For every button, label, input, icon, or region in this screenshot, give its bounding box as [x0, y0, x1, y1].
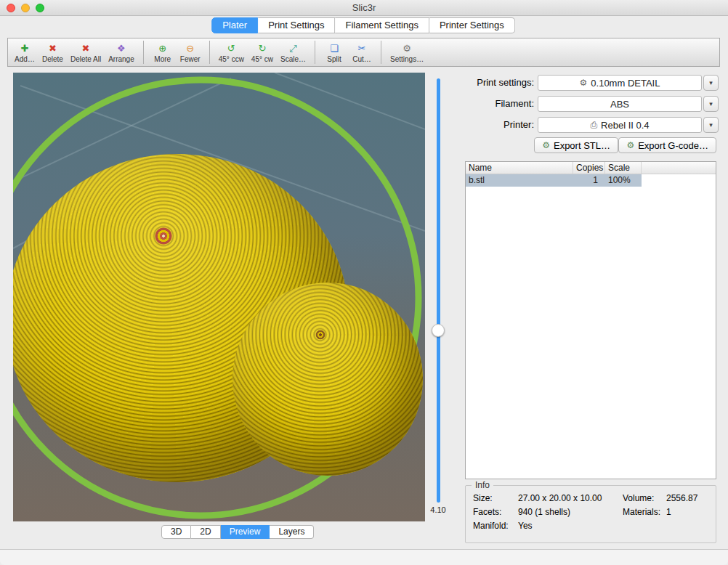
filament-value: ABS — [610, 99, 629, 110]
tab-print-settings[interactable]: Print Settings — [258, 17, 335, 33]
cut-icon: ✂ — [358, 43, 366, 54]
cut-button[interactable]: ✂ Cut… — [348, 38, 376, 66]
view-tab-3d[interactable]: 3D — [161, 525, 191, 539]
preview-viewport[interactable] — [13, 73, 425, 521]
add-button[interactable]: ✚ Add… — [11, 38, 39, 66]
printer-label: Printer: — [389, 117, 534, 133]
filament-dropdown-button[interactable]: ▾ — [703, 96, 719, 112]
delete-icon: ✖ — [49, 43, 57, 54]
volume-value: 2556.87 — [666, 493, 697, 503]
tab-printer-settings[interactable]: Printer Settings — [429, 17, 515, 33]
table-row[interactable]: b.stl 1 100% — [466, 174, 716, 187]
filament-combo[interactable]: ABS — [538, 96, 702, 112]
layer-slider-thumb[interactable] — [432, 324, 445, 337]
delete-all-button[interactable]: ✖ Delete All — [67, 38, 105, 66]
layer-slider-value: 4.10 — [426, 505, 450, 514]
close-button[interactable] — [7, 4, 15, 12]
print-settings-value: 0.10mm DETAIL — [591, 78, 660, 89]
fewer-button[interactable]: ⊖ Fewer — [177, 38, 204, 66]
materials-label: Materials: — [623, 507, 660, 517]
printer-combo[interactable]: ⎙ Rebel II 0.4 — [538, 117, 702, 133]
column-header-copies[interactable]: Copies — [573, 162, 605, 174]
delete-all-icon: ✖ — [82, 43, 90, 54]
object-settings-button[interactable]: ⚙ Settings… — [387, 38, 427, 66]
export-gcode-label: Export G-code… — [638, 140, 708, 151]
delete-label: Delete — [42, 55, 63, 63]
column-header-name[interactable]: Name — [466, 162, 573, 174]
scale-label: Scale… — [280, 55, 306, 63]
layer-slider-track[interactable] — [437, 78, 440, 503]
export-gcode-button[interactable]: ⚙ Export G-code… — [618, 137, 716, 153]
rotate-ccw-button[interactable]: ↺ 45° ccw — [215, 38, 248, 66]
gear-icon: ⚙ — [580, 78, 588, 88]
minimize-button[interactable] — [21, 4, 30, 12]
rotate-cw-label: 45° cw — [251, 55, 273, 63]
arrange-button[interactable]: ❖ Arrange — [105, 38, 138, 66]
plater-toolbar: ✚ Add… ✖ Delete ✖ Delete All ❖ Arrange ⊕… — [7, 38, 720, 67]
rotate-ccw-label: 45° ccw — [219, 55, 244, 63]
materials-value: 1 — [666, 507, 671, 517]
volume-label: Volume: — [623, 493, 654, 503]
printer-icon: ⎙ — [590, 120, 597, 130]
size-value: 27.00 x 20.00 x 10.00 — [518, 493, 602, 503]
settings-icon: ⚙ — [403, 43, 411, 54]
printer-value: Rebel II 0.4 — [601, 120, 650, 131]
print-settings-label: Print settings: — [389, 75, 534, 91]
more-label: More — [154, 55, 171, 63]
split-icon: ❏ — [330, 43, 339, 54]
settings-label: Settings… — [390, 55, 424, 63]
delete-button[interactable]: ✖ Delete — [39, 38, 67, 66]
column-header-filler — [642, 162, 716, 174]
main-tabs: Plater Print Settings Filament Settings … — [211, 17, 515, 33]
manifold-label: Manifold: — [473, 521, 509, 531]
print-settings-combo[interactable]: ⚙ 0.10mm DETAIL — [538, 75, 702, 91]
view-tab-2d[interactable]: 2D — [191, 525, 220, 539]
facets-value: 940 (1 shells) — [518, 507, 570, 517]
object-list-table[interactable]: Name Copies Scale b.stl 1 100% — [465, 161, 716, 479]
view-tab-preview[interactable]: Preview — [221, 525, 270, 539]
view-tab-layers[interactable]: Layers — [270, 525, 314, 539]
rotate-cw-icon: ↻ — [258, 43, 266, 54]
print-settings-dropdown-button[interactable]: ▾ — [703, 75, 719, 91]
filament-label: Filament: — [389, 96, 534, 112]
model-sphere-small[interactable] — [232, 282, 423, 476]
traffic-lights — [7, 4, 44, 12]
more-icon: ⊕ — [158, 43, 166, 54]
window-bottom-strip — [0, 549, 728, 565]
split-button[interactable]: ❏ Split — [320, 38, 348, 66]
toolbar-separator — [209, 41, 210, 64]
object-table-header: Name Copies Scale — [466, 162, 716, 174]
arrange-label: Arrange — [108, 55, 134, 63]
facets-label: Facets: — [473, 507, 501, 517]
row-copies-cell: 1 — [573, 174, 605, 187]
export-gcode-icon: ⚙ — [626, 140, 634, 150]
printer-dropdown-button[interactable]: ▾ — [703, 117, 719, 133]
add-label: Add… — [15, 55, 35, 63]
column-header-scale[interactable]: Scale — [605, 162, 642, 174]
row-filler-cell — [642, 174, 716, 187]
fewer-label: Fewer — [180, 55, 201, 63]
export-stl-icon: ⚙ — [542, 140, 550, 150]
tab-plater[interactable]: Plater — [211, 17, 258, 33]
delete-all-label: Delete All — [70, 55, 101, 63]
titlebar: Slic3r — [0, 0, 728, 16]
scale-icon: ⤢ — [289, 43, 296, 54]
more-button[interactable]: ⊕ More — [149, 38, 177, 66]
slic3r-window: Slic3r Plater Print Settings Filament Se… — [0, 0, 728, 565]
split-label: Split — [327, 55, 341, 63]
rotate-cw-button[interactable]: ↻ 45° cw — [248, 38, 277, 66]
export-stl-button[interactable]: ⚙ Export STL… — [534, 137, 618, 153]
scale-button[interactable]: ⤢ Scale… — [277, 38, 310, 66]
toolbar-separator — [315, 41, 315, 64]
info-box: Info Size: 27.00 x 20.00 x 10.00 Volume:… — [465, 485, 716, 543]
cut-label: Cut… — [352, 55, 371, 63]
fewer-icon: ⊖ — [186, 43, 194, 54]
row-name-cell: b.stl — [466, 174, 573, 187]
tab-filament-settings[interactable]: Filament Settings — [335, 17, 429, 33]
rotate-ccw-icon: ↺ — [227, 43, 235, 54]
window-title: Slic3r — [0, 0, 728, 16]
export-stl-label: Export STL… — [554, 140, 610, 151]
add-icon: ✚ — [21, 43, 29, 54]
toolbar-separator — [381, 41, 381, 64]
zoom-button[interactable] — [36, 4, 44, 12]
